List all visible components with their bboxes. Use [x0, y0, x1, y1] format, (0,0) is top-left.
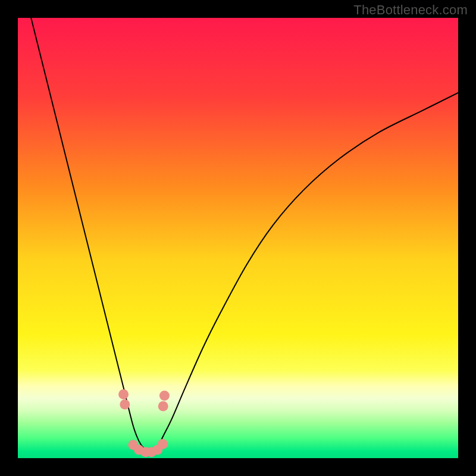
gradient-background [18, 18, 458, 458]
marker-point [120, 399, 130, 409]
watermark-text: TheBottleneck.com [353, 2, 468, 18]
marker-point [158, 439, 168, 449]
plot-area [18, 18, 458, 458]
marker-point [118, 389, 129, 399]
chart-svg [18, 18, 458, 458]
chart-frame: TheBottleneck.com [0, 0, 476, 476]
marker-point [158, 401, 168, 411]
marker-point [159, 390, 170, 400]
